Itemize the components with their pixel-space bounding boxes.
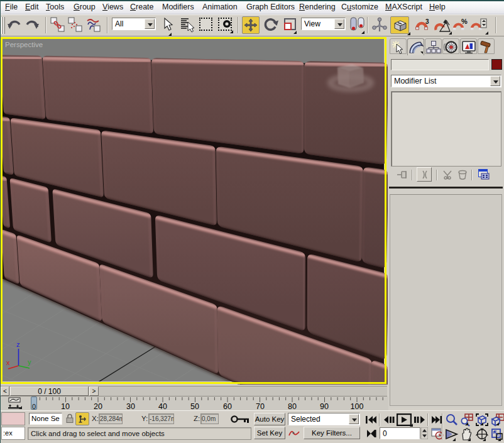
svg-text:90: 90 (320, 402, 329, 411)
svg-text:z: z (16, 341, 20, 348)
svg-text:10: 10 (61, 402, 70, 411)
svg-text:100: 100 (351, 402, 364, 411)
svg-text:70: 70 (256, 402, 265, 411)
svg-text:40: 40 (158, 402, 167, 411)
svg-text:3: 3 (425, 18, 429, 25)
svg-text:y: y (28, 358, 31, 366)
svg-text:20: 20 (94, 402, 102, 411)
svg-text:x: x (6, 359, 10, 366)
svg-text:60: 60 (223, 402, 232, 411)
svg-text:80: 80 (288, 402, 297, 411)
svg-text:%: % (461, 18, 468, 25)
svg-text:Perspective: Perspective (5, 41, 43, 48)
svg-text:50: 50 (190, 402, 199, 411)
svg-text:30: 30 (126, 402, 135, 411)
